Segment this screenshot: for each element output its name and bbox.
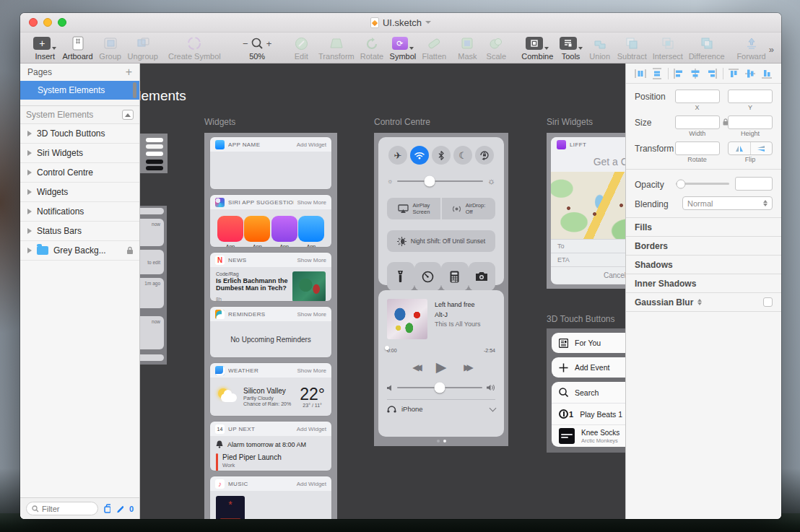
artboard-label-control-centre[interactable]: Control Centre <box>374 117 430 127</box>
add-page-button[interactable]: + <box>126 66 132 79</box>
opacity-slider[interactable] <box>676 183 729 185</box>
edit-tool[interactable]: Edit <box>290 35 312 61</box>
news-headline[interactable]: Is Erlich Bachmann the Dumbest Man in Te… <box>216 277 288 292</box>
inner-shadows-section-header[interactable]: Inner Shadows <box>626 274 781 292</box>
artboard-control-centre[interactable]: ✈ ☾ ☼ <box>374 133 508 446</box>
for-you-button[interactable]: For You <box>552 333 625 353</box>
rotate-tool[interactable]: Rotate <box>361 35 383 61</box>
combine-tool[interactable]: Combine <box>522 35 552 61</box>
album-art-thumbnail[interactable]: * <box>216 496 245 519</box>
subtract-tool[interactable]: Subtract <box>618 35 646 61</box>
do-not-disturb-toggle[interactable]: ☾ <box>453 146 472 165</box>
document-title-group[interactable]: UI.sketch <box>20 17 781 28</box>
insert-tool[interactable]: + Insert <box>34 35 56 61</box>
timer-button[interactable] <box>414 262 442 291</box>
next-track-button[interactable]: ▶▶ <box>464 362 469 372</box>
now-playing-row[interactable]: Knee Socks Arctic Monkeys <box>552 425 625 447</box>
layer-status-bars[interactable]: Status Bars <box>20 222 139 241</box>
volume-slider[interactable] <box>387 384 495 391</box>
suggested-app[interactable]: App <box>244 216 270 247</box>
add-event-button[interactable]: Add Event <box>552 357 625 378</box>
disclosure-triangle-icon[interactable] <box>27 170 32 175</box>
transform-tool[interactable]: Transform <box>319 35 353 61</box>
brightness-knob[interactable] <box>425 176 435 187</box>
zoom-in-icon[interactable]: + <box>266 38 272 49</box>
scale-tool[interactable]: Scale <box>485 35 507 61</box>
position-y-input[interactable] <box>728 90 773 103</box>
layer-widgets[interactable]: Widgets <box>20 183 139 202</box>
opacity-input[interactable] <box>735 177 773 191</box>
play-beats-button[interactable]: 1 Play Beats 1 <box>552 404 625 425</box>
ungroup-tool[interactable]: Ungroup <box>129 35 157 61</box>
show-more-action[interactable]: Show More <box>297 367 326 374</box>
layer-grey-background[interactable]: Grey Backg... <box>20 241 139 261</box>
pages-scrollbar[interactable] <box>133 82 136 98</box>
align-center-horizontal-icon[interactable] <box>690 68 701 79</box>
previous-track-button[interactable]: ◀◀ <box>412 362 418 372</box>
flip-horizontal-icon[interactable] <box>729 142 751 154</box>
artboard-notifications-partial[interactable]: now to edit 1m ago now <box>140 206 167 365</box>
page-item-clipped[interactable]: . <box>20 100 139 105</box>
disclosure-triangle-icon[interactable] <box>27 228 32 234</box>
zoom-tool[interactable]: − + 50% <box>243 35 271 61</box>
flatten-tool[interactable]: Flatten <box>422 35 445 61</box>
filter-input-wrap[interactable] <box>26 502 98 515</box>
filter-input[interactable] <box>42 505 92 513</box>
zoom-out-icon[interactable]: − <box>243 38 248 49</box>
disclosure-triangle-icon[interactable] <box>27 248 32 253</box>
artboard-siri-widgets[interactable]: LIFFT Get a Car To Hooli HQ <box>547 133 625 289</box>
bluetooth-toggle[interactable] <box>432 146 451 165</box>
show-more-action[interactable]: Show More <box>297 199 326 206</box>
airplane-mode-toggle[interactable]: ✈ <box>388 146 407 165</box>
suggested-app[interactable]: App <box>298 216 324 247</box>
canvas[interactable]: System Elements now to edit 1m ago now W… <box>140 64 625 519</box>
shadows-section-header[interactable]: Shadows <box>626 255 781 274</box>
disclosure-triangle-icon[interactable] <box>27 131 32 136</box>
forward-tool[interactable]: Forward <box>737 35 765 61</box>
group-tool[interactable]: Group <box>100 35 121 61</box>
add-widget-action[interactable]: Add Widget <box>297 481 326 487</box>
artboard-3d-touch-buttons[interactable]: For You Add Event Search 1 Play Beats 1 <box>547 328 625 453</box>
song-progress-slider[interactable]: 0:00 -2:54 <box>387 348 495 353</box>
align-right-icon[interactable] <box>706 68 718 79</box>
symbol-tool[interactable]: ⟳ Symbol <box>390 35 415 61</box>
toolbar-overflow-chevron-icon[interactable]: » <box>769 44 775 55</box>
mask-tool[interactable]: Mask <box>456 35 478 61</box>
pencil-icon[interactable] <box>116 504 123 513</box>
layer-siri-widgets[interactable]: Siri Widgets <box>20 144 139 163</box>
disclosure-triangle-icon[interactable] <box>27 209 32 214</box>
rotate-input[interactable] <box>675 141 720 155</box>
airdrop-button[interactable]: AirDrop:Off <box>442 198 495 219</box>
suggested-app[interactable]: App <box>217 216 243 247</box>
layer-control-centre[interactable]: Control Centre <box>20 163 139 183</box>
disclosure-triangle-icon[interactable] <box>27 150 32 156</box>
align-middle-vertical-icon[interactable] <box>744 68 756 79</box>
show-more-action[interactable]: Show More <box>297 311 326 318</box>
event-title[interactable]: Pied Piper Launch <box>222 453 282 461</box>
width-input[interactable] <box>675 115 720 129</box>
volume-knob[interactable] <box>435 383 445 393</box>
show-more-action[interactable]: Show More <box>297 257 326 263</box>
pages-panel-icon[interactable] <box>104 504 110 513</box>
flashlight-button[interactable] <box>387 262 414 291</box>
height-input[interactable] <box>728 115 773 129</box>
align-bottom-icon[interactable] <box>761 68 773 79</box>
gaussian-blur-checkbox[interactable] <box>763 297 773 307</box>
progress-knob[interactable] <box>385 346 389 350</box>
night-shift-button[interactable]: Night Shift: Off Until Sunset <box>387 230 495 252</box>
blending-select[interactable]: Normal <box>682 196 773 210</box>
airplay-button[interactable]: AirPlayScreen <box>387 198 440 219</box>
distribute-horizontally-icon[interactable] <box>635 68 646 79</box>
artboard-label-3d-touch-buttons[interactable]: 3D Touch Buttons <box>547 314 615 324</box>
add-widget-action[interactable]: Add Widget <box>297 426 326 432</box>
orientation-lock-toggle[interactable] <box>475 146 494 165</box>
page-dot[interactable] <box>437 440 440 442</box>
layer-3d-touch-buttons[interactable]: 3D Touch Buttons <box>20 124 139 144</box>
tools-tool[interactable]: Tools <box>560 35 581 61</box>
artboard-label-siri-widgets[interactable]: Siri Widgets <box>547 117 593 127</box>
brightness-slider[interactable]: ☼ ☼ <box>387 176 495 186</box>
borders-section-header[interactable]: Borders <box>626 236 781 255</box>
map[interactable] <box>551 172 625 239</box>
destination-row[interactable]: To Hooli HQ <box>551 239 625 253</box>
calculator-button[interactable] <box>441 262 469 291</box>
